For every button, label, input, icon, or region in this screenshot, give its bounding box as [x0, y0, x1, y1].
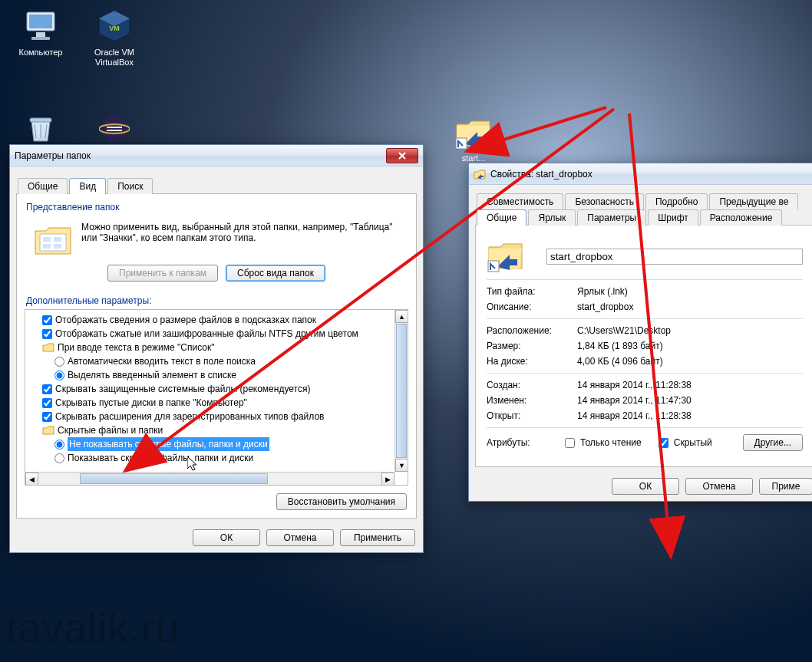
- horizontal-scrollbar[interactable]: ◀ ▶: [25, 472, 394, 485]
- tree-item[interactable]: Отображать сжатые или зашифрованные файл…: [28, 327, 404, 341]
- apply-button[interactable]: Применить: [340, 529, 415, 546]
- tabs: Общие Вид Поиск: [10, 173, 423, 193]
- other-attributes-button[interactable]: Другие...: [743, 434, 803, 451]
- eclipse-icon: [94, 110, 134, 147]
- tab-details[interactable]: Подробно: [645, 193, 708, 209]
- svg-text:VM: VM: [109, 25, 120, 32]
- radio[interactable]: [54, 453, 64, 463]
- attributes-label: Атрибуты:: [487, 437, 548, 448]
- tree-item[interactable]: Скрывать пустые диски в папке "Компьютер…: [28, 396, 404, 410]
- reset-folders-button[interactable]: Сброс вида папок: [226, 265, 325, 282]
- restore-defaults-button[interactable]: Восстановить умолчания: [276, 493, 407, 510]
- modified-value: 14 января 2014 г., 11:47:30: [577, 395, 692, 406]
- tree-item[interactable]: Отображать сведения о размере файлов в п…: [28, 313, 404, 327]
- desktop-icon-virtualbox[interactable]: VM Oracle VM VirtualBox: [81, 8, 147, 68]
- size-label: Размер:: [487, 341, 577, 351]
- tab-general[interactable]: Общие: [18, 178, 68, 194]
- checkbox[interactable]: [42, 398, 52, 408]
- tab-font[interactable]: Шрифт: [648, 209, 698, 226]
- desktop-icon-label: start...: [447, 153, 500, 163]
- titlebar[interactable]: Параметры папок: [10, 145, 423, 166]
- size-value: 1,84 КБ (1 893 байт): [577, 341, 663, 351]
- checkbox[interactable]: [42, 329, 52, 339]
- tab-compatibility[interactable]: Совместимость: [477, 193, 563, 209]
- svg-point-8: [101, 116, 127, 142]
- dialog-title: Свойства: start_dropbox: [490, 169, 592, 179]
- modified-label: Изменен:: [487, 395, 577, 406]
- tab-previous-versions[interactable]: Предыдущие ве: [709, 193, 798, 209]
- radio[interactable]: [54, 357, 64, 367]
- tree-item[interactable]: Показывать скрытые файлы, папки и диски: [28, 451, 404, 465]
- tree-item-selected[interactable]: Не показывать скрытые файлы, папки и дис…: [28, 437, 404, 451]
- tab-layout[interactable]: Расположение: [700, 209, 783, 226]
- virtualbox-icon: VM: [94, 8, 134, 44]
- titlebar[interactable]: Свойства: start_dropbox: [469, 163, 812, 185]
- apply-button[interactable]: Приме: [759, 478, 812, 495]
- accessed-value: 14 января 2014 г., 11:28:38: [577, 410, 692, 421]
- tree-item[interactable]: Автоматически вводить текст в поле поиск…: [28, 354, 404, 368]
- svg-rect-7: [30, 118, 51, 122]
- file-icon: [487, 239, 531, 273]
- checkbox[interactable]: [565, 438, 575, 448]
- vertical-scrollbar[interactable]: ▲ ▼: [394, 310, 408, 472]
- svg-rect-11: [107, 130, 122, 131]
- scroll-thumb[interactable]: [80, 473, 269, 484]
- tree-group[interactable]: Скрытые файлы и папки: [28, 423, 404, 437]
- cancel-button[interactable]: Отмена: [266, 529, 334, 546]
- radio[interactable]: [54, 440, 64, 450]
- watermark-text: tavalik.ru: [6, 604, 180, 651]
- scroll-down-icon[interactable]: ▼: [395, 459, 408, 472]
- tree-item[interactable]: Скрывать расширения для зарегистрированн…: [28, 410, 404, 423]
- scroll-up-icon[interactable]: ▲: [395, 310, 408, 323]
- ok-button[interactable]: ОК: [193, 529, 260, 546]
- scroll-right-icon[interactable]: ▶: [381, 473, 394, 486]
- apply-to-folders-button[interactable]: Применить к папкам: [107, 265, 218, 282]
- checkbox[interactable]: [659, 438, 668, 448]
- ok-button[interactable]: ОК: [612, 478, 679, 495]
- location-label: Расположение:: [487, 325, 577, 336]
- svg-rect-15: [43, 237, 51, 242]
- file-name-input[interactable]: [546, 249, 803, 265]
- svg-rect-18: [54, 244, 61, 249]
- svg-rect-17: [43, 244, 51, 249]
- svg-rect-1: [29, 15, 52, 28]
- checkbox[interactable]: [42, 384, 52, 394]
- type-label: Тип файла:: [487, 286, 577, 297]
- radio[interactable]: [54, 371, 64, 380]
- disk-size-label: На диске:: [487, 356, 577, 367]
- group-label: Представление папок: [25, 202, 408, 217]
- checkbox[interactable]: [42, 315, 52, 325]
- scroll-thumb[interactable]: [396, 324, 407, 458]
- hidden-checkbox[interactable]: Скрытый: [655, 436, 712, 450]
- svg-rect-16: [54, 237, 61, 242]
- svg-rect-2: [36, 32, 45, 37]
- close-button[interactable]: [386, 148, 418, 163]
- scroll-left-icon[interactable]: ◀: [25, 473, 38, 486]
- cancel-button[interactable]: Отмена: [685, 478, 753, 495]
- desktop-icon-computer[interactable]: Компьютер: [8, 8, 74, 58]
- tree-item[interactable]: Скрывать защищенные системные файлы (рек…: [28, 382, 404, 396]
- folder-shortcut-icon: [474, 168, 486, 180]
- tab-search[interactable]: Поиск: [107, 178, 153, 194]
- desktop-icon-folder-shortcut[interactable]: start...: [447, 117, 500, 163]
- tab-view[interactable]: Вид: [69, 178, 106, 194]
- created-value: 14 января 2014 г., 11:28:38: [577, 380, 692, 390]
- tab-shortcut[interactable]: Ярлык: [528, 209, 576, 226]
- folder-shortcut-icon: [454, 117, 493, 150]
- tree-group[interactable]: При вводе текста в режиме "Список": [28, 341, 404, 354]
- checkbox[interactable]: [42, 412, 52, 422]
- folder-options-icon: [32, 222, 74, 259]
- tree-item[interactable]: Выделять введенный элемент в списке: [28, 368, 404, 382]
- folder-icon: [42, 425, 54, 436]
- properties-dialog: Свойства: start_dropbox Совместимость Бе…: [468, 163, 812, 502]
- tab-general[interactable]: Общие: [477, 209, 526, 226]
- tab-parameters[interactable]: Параметры: [577, 209, 646, 226]
- advanced-settings-tree[interactable]: Отображать сведения о размере файлов в п…: [25, 309, 408, 486]
- accessed-label: Открыт:: [487, 410, 577, 421]
- tabs-row-2: Общие Ярлык Параметры Шрифт Расположение: [469, 209, 812, 225]
- readonly-checkbox[interactable]: Только чтение: [562, 436, 642, 450]
- tabs-row-1: Совместимость Безопасность Подробно Пред…: [469, 189, 812, 209]
- tab-panel-view: Представление папок Можно применить вид,…: [16, 193, 417, 519]
- dialog-button-row: ОК Отмена Приме: [469, 473, 812, 501]
- tab-security[interactable]: Безопасность: [565, 193, 644, 209]
